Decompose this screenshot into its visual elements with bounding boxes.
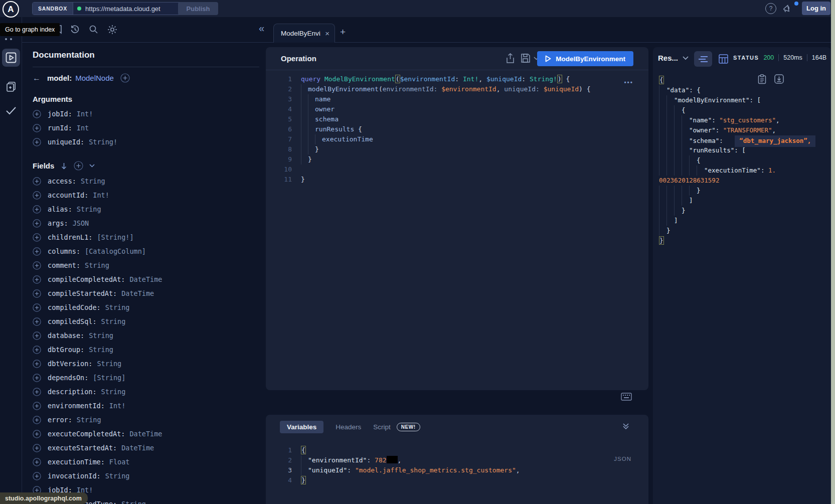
search-icon[interactable]	[89, 25, 98, 34]
download-response-icon[interactable]	[774, 74, 784, 84]
field-type[interactable]: DateTime	[121, 444, 154, 452]
login-button[interactable]: Log in	[802, 2, 830, 15]
add-to-operation-icon[interactable]	[33, 138, 41, 146]
field-type[interactable]: Int	[77, 124, 89, 132]
sort-fields-icon[interactable]	[60, 162, 68, 170]
back-arrow-icon[interactable]: ←	[33, 74, 41, 83]
help-icon[interactable]: ?	[765, 3, 776, 14]
publish-button[interactable]: Publish	[178, 2, 218, 15]
field-type[interactable]: [CatalogColumn]	[85, 247, 146, 255]
add-to-operation-icon[interactable]	[33, 275, 41, 284]
field-type[interactable]: String	[105, 472, 130, 480]
new-tab-button[interactable]: +	[340, 27, 346, 38]
tab-variables[interactable]: Variables	[280, 421, 323, 433]
response-title[interactable]: Res...	[658, 54, 689, 62]
tab-headers[interactable]: Headers	[336, 423, 361, 431]
field-type[interactable]: String	[89, 331, 113, 340]
field-type[interactable]: DateTime	[129, 430, 162, 438]
close-tab-icon[interactable]: ×	[325, 29, 329, 38]
field-type[interactable]: DateTime	[121, 289, 154, 297]
field-type[interactable]: [String]	[93, 374, 125, 382]
response-viewer[interactable]: {"data": {"modelByEnvironment": [{"name"…	[653, 71, 831, 246]
tab-script[interactable]: Script	[373, 423, 391, 431]
variables-editor[interactable]: 1{2"environmentId": 782,3"uniqueId": "mo…	[266, 439, 648, 485]
add-fields-button[interactable]	[74, 161, 83, 171]
copy-response-icon[interactable]	[758, 74, 766, 84]
announcements-megaphone-icon[interactable]	[782, 4, 792, 14]
operation-editor[interactable]: 1query ModelByEnvironment($environmentId…	[266, 70, 648, 185]
field-type[interactable]: String!	[89, 138, 117, 146]
add-to-operation-icon[interactable]	[33, 458, 41, 466]
add-to-operation-icon[interactable]	[33, 472, 41, 480]
field-row: error:String	[33, 413, 259, 427]
add-all-fields-button[interactable]	[120, 73, 130, 83]
field-type[interactable]: String	[77, 205, 101, 213]
add-to-operation-icon[interactable]	[33, 444, 41, 452]
add-to-operation-icon[interactable]	[33, 110, 41, 118]
field-name: runId:	[48, 124, 72, 132]
run-operation-button[interactable]: ModelByEnvironment	[537, 51, 633, 66]
collapse-variables-icon[interactable]	[622, 423, 629, 430]
add-to-operation-icon[interactable]	[33, 261, 41, 270]
add-to-operation-icon[interactable]	[33, 317, 41, 326]
field-type[interactable]: Int!	[109, 402, 126, 410]
sidebar-item-checks[interactable]	[2, 101, 20, 119]
history-icon[interactable]	[70, 25, 80, 34]
field-type[interactable]: DateTime	[129, 275, 162, 283]
add-to-operation-icon[interactable]	[33, 177, 41, 186]
add-to-operation-icon[interactable]	[33, 247, 41, 256]
apollo-logo[interactable]: A	[3, 1, 19, 18]
field-type[interactable]: String	[101, 388, 126, 396]
add-to-operation-icon[interactable]	[33, 346, 41, 354]
operation-title: Operation	[281, 54, 316, 63]
add-to-operation-icon[interactable]	[33, 191, 41, 200]
add-to-operation-icon[interactable]	[33, 233, 41, 242]
add-to-operation-icon[interactable]	[33, 374, 41, 382]
field-type[interactable]: [String!]	[97, 233, 133, 241]
endpoint-url-input[interactable]: https://metadata.cloud.get	[85, 5, 175, 13]
add-to-operation-icon[interactable]	[33, 124, 41, 132]
field-type[interactable]: String	[101, 317, 126, 325]
add-to-operation-icon[interactable]	[33, 289, 41, 298]
sidebar-item-explorer[interactable]	[2, 49, 20, 67]
field-type[interactable]: String	[121, 500, 146, 504]
add-to-operation-icon[interactable]	[33, 219, 41, 228]
share-icon[interactable]	[506, 53, 515, 64]
keyboard-shortcuts-icon[interactable]	[621, 393, 632, 401]
field-type[interactable]: String	[81, 177, 105, 185]
field-name: comment:	[48, 261, 80, 269]
add-to-operation-icon[interactable]	[33, 416, 41, 424]
field-type[interactable]: Int!	[77, 110, 93, 118]
endpoint-url-box[interactable]: SANDBOX https://metadata.cloud.get	[32, 2, 192, 15]
graph-index-icon[interactable]	[5, 38, 12, 40]
table-view-toggle[interactable]	[719, 54, 728, 64]
field-type[interactable]: String	[97, 360, 121, 368]
field-type[interactable]: String	[77, 416, 101, 424]
field-row: dependsOn:[String]	[33, 371, 259, 385]
sidebar-item-collections[interactable]	[2, 78, 20, 96]
add-to-operation-icon[interactable]	[33, 430, 41, 438]
settings-gear-icon[interactable]	[107, 25, 117, 35]
add-to-operation-icon[interactable]	[33, 360, 41, 368]
operation-overflow-menu[interactable]: •••	[624, 79, 633, 86]
add-to-operation-icon[interactable]	[33, 303, 41, 312]
field-row: dbtVersion:String	[33, 357, 259, 371]
save-icon[interactable]	[521, 53, 531, 63]
code-line: }	[659, 226, 831, 236]
raw-view-toggle[interactable]	[694, 51, 712, 67]
field-type[interactable]: JSON	[73, 219, 89, 227]
field-type[interactable]: String	[89, 346, 113, 354]
field-type[interactable]: String	[105, 303, 130, 311]
add-to-operation-icon[interactable]	[33, 402, 41, 410]
tab-modelbyenvironment[interactable]: ModelByEnvi... ×	[273, 24, 335, 43]
add-to-operation-icon[interactable]	[33, 388, 41, 396]
doc-type-link[interactable]: ModelNode	[75, 74, 114, 82]
chevron-down-icon[interactable]	[89, 164, 95, 167]
field-type[interactable]: Int!	[93, 191, 109, 199]
new-badge: NEW!	[397, 423, 420, 431]
collapse-panel-icon[interactable]: «	[259, 23, 264, 34]
add-to-operation-icon[interactable]	[33, 205, 41, 214]
add-to-operation-icon[interactable]	[33, 331, 41, 340]
field-type[interactable]: Float	[109, 458, 130, 466]
field-type[interactable]: String	[85, 261, 109, 269]
